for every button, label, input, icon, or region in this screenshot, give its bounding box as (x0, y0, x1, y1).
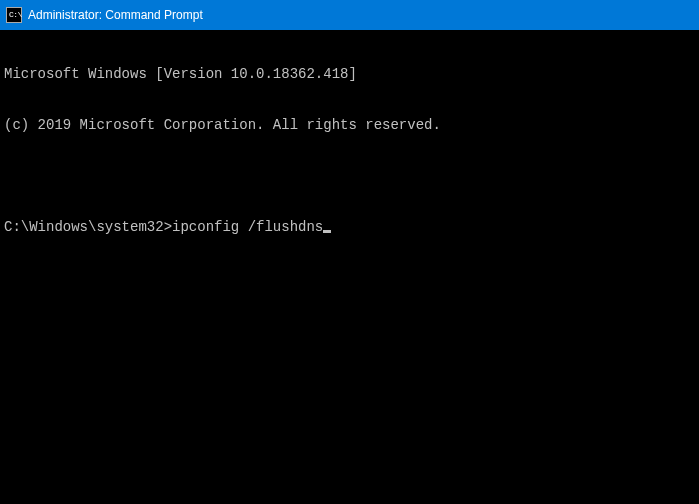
console-banner-line-1: Microsoft Windows [Version 10.0.18362.41… (4, 66, 695, 83)
text-cursor (323, 230, 331, 233)
console-prompt: C:\Windows\system32> (4, 219, 172, 235)
titlebar[interactable]: C:\ Administrator: Command Prompt (0, 0, 699, 30)
window-title: Administrator: Command Prompt (28, 8, 203, 22)
cmd-icon-label: C:\ (9, 11, 22, 19)
console-command[interactable]: ipconfig /flushdns (172, 219, 323, 235)
console-banner-line-2: (c) 2019 Microsoft Corporation. All righ… (4, 117, 695, 134)
command-prompt-window: C:\ Administrator: Command Prompt Micros… (0, 0, 699, 504)
console-area[interactable]: Microsoft Windows [Version 10.0.18362.41… (0, 30, 699, 504)
cmd-icon: C:\ (6, 7, 22, 23)
console-blank-line (4, 168, 695, 185)
console-prompt-line: C:\Windows\system32>ipconfig /flushdns (4, 219, 695, 236)
